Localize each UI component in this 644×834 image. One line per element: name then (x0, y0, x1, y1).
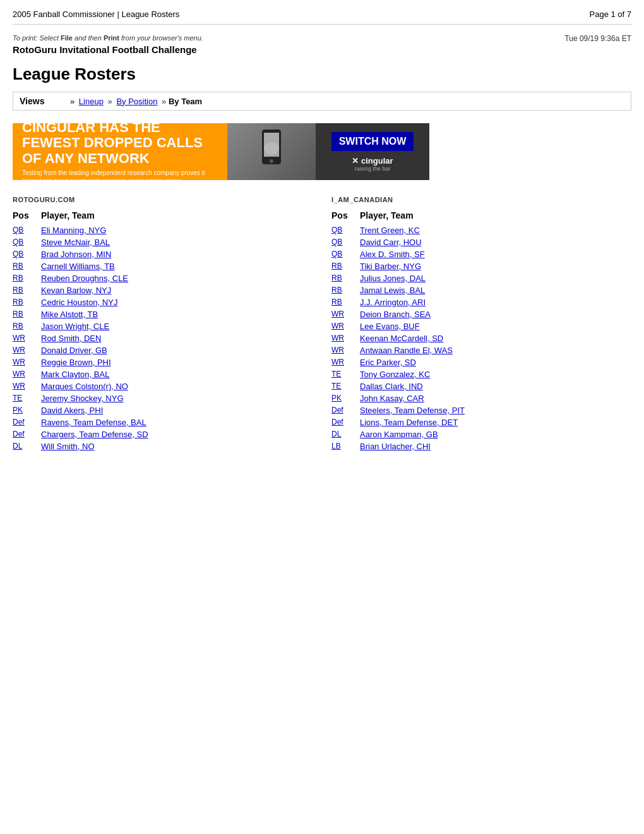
views-link-byposition[interactable]: By Position (116, 97, 157, 106)
pos-cell[interactable]: RB (331, 272, 360, 284)
pos-cell[interactable]: RB (331, 284, 360, 296)
pos-cell[interactable]: RB (13, 284, 41, 296)
pos-cell[interactable]: RB (331, 260, 360, 272)
player-cell[interactable]: Steelers, Team Defense, PIT (360, 404, 631, 416)
pos-cell[interactable]: WR (13, 356, 41, 368)
player-cell[interactable]: Brian Urlacher, CHI (360, 440, 631, 452)
player-cell[interactable]: Eric Parker, SD (360, 356, 631, 368)
table-row: WRDeion Branch, SEA (331, 308, 631, 320)
pos-cell[interactable]: WR (13, 380, 41, 392)
roster-column-1: ROTOGURU.COM Pos Player, Team QBEli Mann… (13, 196, 313, 452)
player-cell[interactable]: Steve McNair, BAL (41, 236, 313, 248)
ad-subtext: Testing from the leading independent res… (22, 169, 218, 176)
ad-banner: CINGULAR HAS THE FEWEST DROPPED CALLS OF… (13, 123, 429, 180)
player-cell[interactable]: Cedric Houston, NYJ (41, 296, 313, 308)
ad-cta[interactable]: SWITCH NOW (331, 132, 414, 151)
player-cell[interactable]: Kevan Barlow, NYJ (41, 284, 313, 296)
pos-cell[interactable]: WR (13, 368, 41, 380)
left-info: To print: Select File and then Print fro… (13, 34, 203, 61)
table-row: WRKeenan McCardell, SD (331, 332, 631, 344)
ad-image (227, 123, 316, 180)
pos-cell[interactable]: RB (13, 308, 41, 320)
team-label-2: I_AM_CANADIAN (331, 196, 631, 203)
page-title-header: 2005 Fanball Commissioner | League Roste… (13, 9, 179, 19)
pos-cell[interactable]: QB (331, 224, 360, 236)
pos-cell[interactable]: DL (331, 428, 360, 440)
player-cell[interactable]: Lions, Team Defense, DET (360, 416, 631, 428)
player-cell[interactable]: Ravens, Team Defense, BAL (41, 416, 313, 428)
pos-cell[interactable]: WR (13, 332, 41, 344)
pos-cell[interactable]: PK (331, 392, 360, 404)
player-cell[interactable]: Carnell Williams, TB (41, 260, 313, 272)
pos-cell[interactable]: QB (13, 224, 41, 236)
player-cell[interactable]: Julius Jones, DAL (360, 272, 631, 284)
views-separator-1: » (70, 97, 75, 106)
table-row: LBBrian Urlacher, CHI (331, 440, 631, 452)
pos-cell[interactable]: TE (331, 380, 360, 392)
pos-cell[interactable]: DL (13, 440, 41, 452)
pos-cell[interactable]: RB (13, 320, 41, 332)
player-cell[interactable]: Keenan McCardell, SD (360, 332, 631, 344)
table-row: WRReggie Brown, PHI (13, 356, 313, 368)
pos-cell[interactable]: Def (331, 416, 360, 428)
player-cell[interactable]: J.J. Arrington, ARI (360, 296, 631, 308)
player-cell[interactable]: Tony Gonzalez, KC (360, 368, 631, 380)
player-cell[interactable]: Reggie Brown, PHI (41, 356, 313, 368)
player-cell[interactable]: Lee Evans, BUF (360, 320, 631, 332)
player-cell[interactable]: Jeremy Shockey, NYG (41, 392, 313, 404)
pos-cell[interactable]: WR (331, 356, 360, 368)
pos-cell[interactable]: RB (13, 296, 41, 308)
player-cell[interactable]: Trent Green, KC (360, 224, 631, 236)
pos-cell[interactable]: TE (331, 368, 360, 380)
pos-cell[interactable]: WR (331, 332, 360, 344)
player-cell[interactable]: David Akers, PHI (41, 404, 313, 416)
player-cell[interactable]: Marques Colston(r), NO (41, 380, 313, 392)
pos-cell[interactable]: Def (13, 428, 41, 440)
pos-cell[interactable]: TE (13, 392, 41, 404)
pos-cell[interactable]: RB (331, 296, 360, 308)
player-cell[interactable]: David Carr, HOU (360, 236, 631, 248)
player-cell[interactable]: Brad Johnson, MIN (41, 248, 313, 260)
pos-cell[interactable]: LB (331, 440, 360, 452)
views-link-byteam[interactable]: By Team (169, 97, 202, 106)
player-cell[interactable]: Mark Clayton, BAL (41, 368, 313, 380)
pos-cell[interactable]: RB (13, 272, 41, 284)
player-cell[interactable]: Jamal Lewis, BAL (360, 284, 631, 296)
pos-cell[interactable]: WR (331, 344, 360, 356)
roster-table-2: Pos Player, Team QBTrent Green, KCQBDavi… (331, 208, 631, 452)
player-cell[interactable]: Dallas Clark, IND (360, 380, 631, 392)
pos-cell[interactable]: WR (331, 320, 360, 332)
player-cell[interactable]: Antwaan Randle El, WAS (360, 344, 631, 356)
section-title: League Rosters (13, 64, 631, 84)
player-cell[interactable]: Alex D. Smith, SF (360, 248, 631, 260)
pos-cell[interactable]: WR (13, 344, 41, 356)
pos-cell[interactable]: QB (331, 236, 360, 248)
pos-cell[interactable]: QB (13, 248, 41, 260)
table-row: DefLions, Team Defense, DET (331, 416, 631, 428)
player-cell[interactable]: Eli Manning, NYG (41, 224, 313, 236)
pos-cell[interactable]: QB (13, 236, 41, 248)
player-cell[interactable]: John Kasay, CAR (360, 392, 631, 404)
player-cell[interactable]: Donald Driver, GB (41, 344, 313, 356)
player-cell[interactable]: Deion Branch, SEA (360, 308, 631, 320)
pos-cell[interactable]: PK (13, 404, 41, 416)
views-link-lineup[interactable]: Lineup (79, 97, 104, 106)
table-row: DefRavens, Team Defense, BAL (13, 416, 313, 428)
pos-cell[interactable]: WR (331, 308, 360, 320)
pos-cell[interactable]: QB (331, 248, 360, 260)
table-row: RBCedric Houston, NYJ (13, 296, 313, 308)
rosters-section: ROTOGURU.COM Pos Player, Team QBEli Mann… (13, 196, 631, 452)
player-cell[interactable]: Rod Smith, DEN (41, 332, 313, 344)
player-cell[interactable]: Jason Wright, CLE (41, 320, 313, 332)
player-cell[interactable]: Mike Alstott, TB (41, 308, 313, 320)
views-separator-3: » (162, 97, 166, 106)
table-row: QBDavid Carr, HOU (331, 236, 631, 248)
player-cell[interactable]: Chargers, Team Defense, SD (41, 428, 313, 440)
player-cell[interactable]: Aaron Kampman, GB (360, 428, 631, 440)
pos-cell[interactable]: RB (13, 260, 41, 272)
player-cell[interactable]: Reuben Droughns, CLE (41, 272, 313, 284)
pos-cell[interactable]: Def (331, 404, 360, 416)
player-cell[interactable]: Tiki Barber, NYG (360, 260, 631, 272)
pos-cell[interactable]: Def (13, 416, 41, 428)
player-cell[interactable]: Will Smith, NO (41, 440, 313, 452)
